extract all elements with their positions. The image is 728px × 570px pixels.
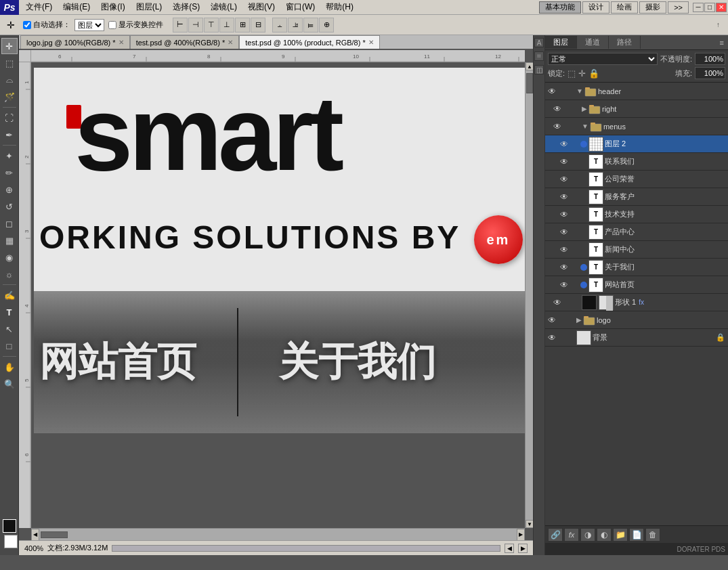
clone-tool-btn[interactable]: ⊕ <box>1 181 18 198</box>
tab-logo[interactable]: logo.jpg @ 100%(RGB/8) * ✕ <box>20 35 130 49</box>
layer-arrow-logo[interactable]: ▶ <box>576 316 582 324</box>
layer-layer2[interactable]: 👁 图层 2 <box>545 135 728 153</box>
dodge-btn[interactable]: ☼ <box>1 266 18 282</box>
layer-eye-header[interactable]: 👁 <box>548 87 557 96</box>
layers-tab[interactable]: 图层 <box>545 36 577 49</box>
fill-input[interactable] <box>695 67 725 79</box>
layer-eye-menus[interactable]: 👁 <box>553 122 563 131</box>
path-select-btn[interactable]: ↖ <box>1 321 18 337</box>
close-button[interactable]: ✕ <box>716 3 727 12</box>
layer-eye-xingzhuang[interactable]: 👁 <box>553 298 563 307</box>
tab-test2-close[interactable]: ✕ <box>368 39 374 46</box>
layer-eye-right[interactable]: 👁 <box>553 104 563 114</box>
auto-select-dropdown[interactable]: 图层 <box>74 19 104 31</box>
crop-tool-btn[interactable]: ⛶ <box>1 110 18 126</box>
layer-beijing[interactable]: 👁 背景 🔒 <box>545 329 728 347</box>
menu-view[interactable]: 视图(V) <box>242 0 280 14</box>
lock-all-icon[interactable]: 🔒 <box>588 68 599 79</box>
channels-tab[interactable]: 通道 <box>577 36 609 49</box>
brush-tool-btn[interactable]: ✏ <box>1 165 18 181</box>
align-right-icon[interactable]: ⊤ <box>204 18 219 32</box>
workspace-design[interactable]: 设计 <box>582 1 609 14</box>
eyedropper-btn[interactable]: ✒ <box>1 127 18 143</box>
layer-chanpin[interactable]: 👁 T 产品中心 <box>545 223 728 241</box>
background-color[interactable] <box>4 535 18 548</box>
workspace-photo[interactable]: 摄影 <box>639 1 666 14</box>
history-btn[interactable]: ↺ <box>1 198 18 215</box>
layer-right-group[interactable]: 👁 ▶ right <box>545 100 728 118</box>
layer-xingzhuang[interactable]: 👁 形状 1 fx <box>545 294 728 311</box>
fx-btn[interactable]: fx <box>564 528 579 542</box>
layer-logo-group[interactable]: 👁 ▶ logo <box>545 311 728 329</box>
layer-eye-guanyu[interactable]: 👁 <box>560 263 570 272</box>
panel-tool3[interactable]: ◫ <box>534 65 544 74</box>
auto-select-checkbox[interactable] <box>23 21 31 29</box>
distribute-left-icon[interactable]: ⫠ <box>272 18 287 32</box>
foreground-color[interactable] <box>3 519 16 533</box>
delete-layer-btn[interactable]: 🗑 <box>645 528 660 542</box>
menu-help[interactable]: 帮助(H) <box>320 0 359 14</box>
magic-wand-btn[interactable]: 🪄 <box>1 89 18 105</box>
menu-select[interactable]: 选择(S) <box>167 0 205 14</box>
menu-filter[interactable]: 滤镜(L) <box>205 0 242 14</box>
canvas-vscroll[interactable]: ▲ ▼ <box>525 62 533 528</box>
minimize-button[interactable]: ─ <box>693 3 704 12</box>
canvas-hscroll[interactable]: ◀ ▶ <box>31 528 525 540</box>
layer-eye-lianxi[interactable]: 👁 <box>560 157 570 167</box>
patch-tool-btn[interactable]: ✦ <box>1 148 18 164</box>
tab-test2[interactable]: test.psd @ 100% (product, RGB/8) * ✕ <box>239 35 379 49</box>
menu-edit[interactable]: 编辑(E) <box>58 0 95 14</box>
new-layer-btn[interactable]: 📄 <box>629 528 644 542</box>
lasso-tool-btn[interactable]: ⌓ <box>1 72 18 88</box>
nav-left-btn[interactable]: ◀ <box>505 544 514 553</box>
panel-toggle-btn[interactable]: A <box>534 38 544 47</box>
layer-eye-logo[interactable]: 👁 <box>548 315 557 325</box>
workspace-more[interactable]: >> <box>668 1 689 14</box>
align-top-icon[interactable]: ⊥ <box>219 18 234 32</box>
opacity-input[interactable] <box>695 53 725 65</box>
tab-test1-close[interactable]: ✕ <box>228 39 233 46</box>
menu-file[interactable]: 文件(F) <box>20 0 58 14</box>
pen-tool-btn[interactable]: ✍ <box>1 287 18 303</box>
menu-layer[interactable]: 图层(L) <box>131 0 168 14</box>
paths-tab[interactable]: 路径 <box>609 36 641 49</box>
layer-shouye[interactable]: 👁 T 网站首页 <box>545 276 728 294</box>
distribute-right-icon[interactable]: ⫢ <box>303 18 318 32</box>
layer-eye-jishu[interactable]: 👁 <box>560 210 570 219</box>
move-tool-btn[interactable]: ✛ <box>1 38 18 54</box>
layer-xinwen[interactable]: 👁 T 新闻中心 <box>545 241 728 259</box>
layer-menus-group[interactable]: 👁 ▼ menus <box>545 118 728 135</box>
layer-eye-xinwen[interactable]: 👁 <box>560 245 570 255</box>
blur-btn[interactable]: ◉ <box>1 249 18 265</box>
selection-tool-btn[interactable]: ⬚ <box>1 55 18 71</box>
tab-logo-close[interactable]: ✕ <box>119 39 124 46</box>
auto-align-icon[interactable]: ⊕ <box>319 18 334 32</box>
maximize-button[interactable]: □ <box>704 3 715 12</box>
link-layers-btn[interactable]: 🔗 <box>548 528 563 542</box>
layer-eye-fuwu[interactable]: 👁 <box>560 192 570 202</box>
nav-right-btn[interactable]: ▶ <box>518 544 528 553</box>
layer-eye-shouye[interactable]: 👁 <box>560 280 570 290</box>
tab-test1[interactable]: test.psd @ 400%(RGB/8) * ✕ <box>130 35 240 49</box>
layer-arrow-header[interactable]: ▼ <box>576 87 583 95</box>
align-center-v-icon[interactable]: ⊞ <box>235 18 250 32</box>
layer-lianxi[interactable]: 👁 T 联系我们 <box>545 153 728 171</box>
layer-eye-layer2[interactable]: 👁 <box>560 139 570 149</box>
group-btn[interactable]: 📁 <box>613 528 628 542</box>
layer-eye-gongsi[interactable]: 👁 <box>560 175 570 184</box>
blend-mode-select[interactable]: 正常 <box>548 53 658 65</box>
text-tool-btn[interactable]: T <box>1 304 18 320</box>
menu-window[interactable]: 窗口(W) <box>280 0 320 14</box>
layer-arrow-menus[interactable]: ▼ <box>582 123 588 130</box>
align-center-h-icon[interactable]: ⊣ <box>188 18 203 32</box>
panel-menu-btn[interactable]: ≡ <box>716 37 728 48</box>
layer-header-group[interactable]: 👁 ▼ header <box>545 83 728 100</box>
adjustment-btn[interactable]: ◐ <box>597 528 612 542</box>
layer-fuwu[interactable]: 👁 T 服务客户 <box>545 188 728 206</box>
shape-tool-btn[interactable]: □ <box>1 338 18 354</box>
lock-position-icon[interactable]: ✛ <box>578 68 586 79</box>
mask-btn[interactable]: ◑ <box>580 528 595 542</box>
panel-tool2[interactable]: ⌗ <box>534 51 544 61</box>
layer-guanyu[interactable]: 👁 T 关于我们 <box>545 259 728 276</box>
zoom-tool-btn[interactable]: 🔍 <box>1 376 18 392</box>
